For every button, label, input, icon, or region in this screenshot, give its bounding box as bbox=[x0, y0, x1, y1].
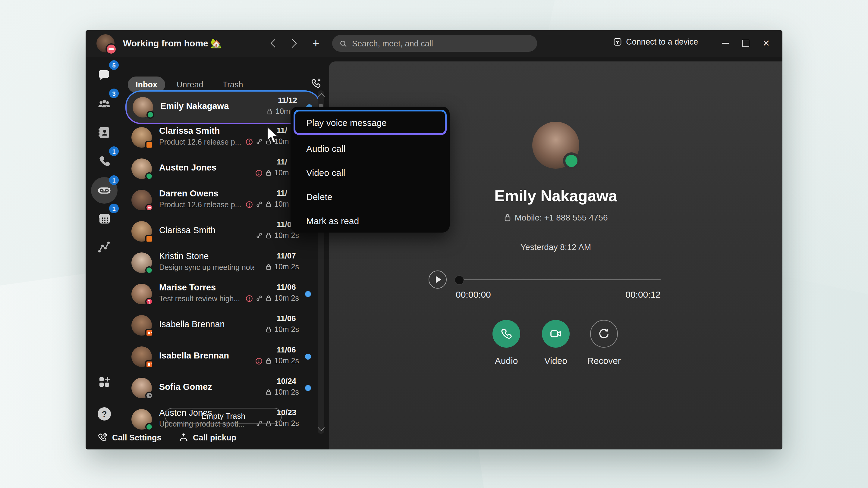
menu-item-play-voice-message[interactable]: Play voice message bbox=[293, 110, 447, 135]
scroll-up-icon[interactable] bbox=[318, 93, 325, 100]
nav-apps[interactable] bbox=[91, 369, 118, 395]
teams-icon bbox=[96, 96, 112, 111]
voicemail-icon bbox=[96, 183, 112, 198]
play-button[interactable] bbox=[429, 270, 447, 289]
unread-dot bbox=[305, 385, 311, 391]
voicemail-row[interactable]: Isabella Brennan11/0610m 2s bbox=[125, 310, 318, 341]
voicemail-row[interactable]: Clarissa Smith11/010m 2s bbox=[125, 216, 318, 247]
contacts-icon bbox=[97, 125, 112, 140]
voicemail-sender-name: Marise Torres bbox=[159, 283, 216, 292]
contact-avatar bbox=[131, 190, 152, 210]
voicemail-row[interactable]: Clarissa SmithProduct 12.6 release p...1… bbox=[125, 122, 318, 153]
tab-trash[interactable]: Trash bbox=[215, 76, 251, 93]
voicemail-row[interactable]: Marise TorresTest result review high...1… bbox=[125, 278, 318, 310]
lock-icon bbox=[265, 295, 272, 302]
minimize-button[interactable] bbox=[718, 37, 732, 50]
voicemail-sender-name: Clarissa Smith bbox=[159, 225, 216, 235]
video-call-icon bbox=[549, 327, 563, 341]
search-input[interactable]: Search, meet, and call bbox=[332, 35, 537, 52]
slider-knob[interactable] bbox=[455, 275, 464, 285]
presence-presenting-badge bbox=[145, 298, 153, 305]
priority-icon bbox=[245, 294, 253, 302]
priority-icon bbox=[255, 357, 263, 365]
voicemail-row[interactable]: Emily Nakagawa11/1210m 2s bbox=[125, 90, 318, 124]
presence-active-badge bbox=[147, 111, 154, 119]
tab-unread[interactable]: Unread bbox=[169, 76, 211, 93]
voicemail-meta: 10m 2s bbox=[255, 231, 299, 240]
lock-icon bbox=[265, 389, 272, 396]
nav-messaging[interactable]: 5 bbox=[91, 62, 118, 89]
voicemail-sender-name: Austen Jones bbox=[159, 163, 216, 172]
empty-trash-button[interactable]: Empty Trash bbox=[164, 408, 282, 424]
contact-avatar bbox=[131, 127, 152, 148]
back-button[interactable] bbox=[267, 36, 281, 51]
voicemail-row[interactable]: Sofia Gomez10/2410m 2s bbox=[125, 372, 318, 404]
help-button[interactable]: ? bbox=[98, 407, 111, 421]
nav-meetings[interactable]: 1 bbox=[91, 205, 118, 232]
profile-status-title[interactable]: Working from home 🏡 bbox=[123, 38, 222, 49]
voicemail-row[interactable]: Isabella Brennan11/0610m 2s bbox=[125, 341, 318, 372]
messaging-badge: 5 bbox=[109, 60, 119, 70]
presence-office-badge bbox=[145, 141, 153, 149]
call-voicemail-icon[interactable] bbox=[310, 77, 322, 89]
nav-contacts[interactable] bbox=[91, 119, 118, 146]
contact-avatar bbox=[131, 253, 152, 273]
presence-away-badge bbox=[145, 392, 153, 399]
voicemail-row[interactable]: Darren OwensProduct 12.6 release p...11/… bbox=[125, 184, 318, 216]
close-button[interactable]: ✕ bbox=[760, 37, 773, 50]
presence-active-badge bbox=[145, 172, 153, 180]
contact-avatar bbox=[133, 97, 153, 118]
voicemail-meta: 10m 2s bbox=[245, 294, 299, 302]
presence-active-badge bbox=[145, 423, 153, 431]
add-button[interactable]: + bbox=[309, 36, 323, 51]
search-placeholder: Search, meet, and call bbox=[352, 39, 433, 48]
presence-office-badge bbox=[145, 235, 153, 243]
voicemail-row[interactable]: Kristin StoneDesign sync up meeting note… bbox=[125, 247, 318, 278]
link-icon bbox=[255, 138, 263, 145]
voicemail-sender-name: Emily Nakagawa bbox=[160, 101, 229, 111]
voicemail-duration: 10m 2s bbox=[274, 325, 299, 334]
voicemail-date: 11/06 bbox=[277, 314, 299, 323]
voicemail-sender-name: Isabella Brennan bbox=[159, 319, 225, 329]
title-bar: Working from home 🏡 + Search, meet, and … bbox=[86, 30, 782, 57]
nav-insights[interactable] bbox=[91, 234, 118, 260]
voicemail-sender-name: Darren Owens bbox=[159, 189, 218, 198]
call-settings-button[interactable]: Call Settings bbox=[98, 432, 161, 443]
apps-icon bbox=[97, 375, 112, 389]
voicemail-row[interactable]: Austen Jones11/10m 2s bbox=[125, 153, 318, 184]
voicemail-sender-name: Clarissa Smith bbox=[159, 126, 220, 135]
total-time: 00:00:12 bbox=[329, 289, 661, 299]
link-icon bbox=[255, 295, 263, 302]
lock-icon bbox=[265, 169, 272, 176]
recover-button[interactable] bbox=[590, 320, 618, 348]
insights-icon bbox=[97, 240, 112, 254]
connect-to-device-button[interactable]: Connect to a device bbox=[613, 37, 698, 46]
priority-icon bbox=[245, 200, 253, 208]
nav-voicemail[interactable]: 1 bbox=[91, 177, 118, 204]
playback-slider[interactable] bbox=[456, 279, 661, 280]
maximize-button[interactable] bbox=[739, 37, 752, 50]
self-avatar[interactable] bbox=[96, 34, 115, 53]
menu-item-audio-call[interactable]: Audio call bbox=[290, 136, 450, 160]
menu-item-delete[interactable]: Delete bbox=[290, 184, 450, 208]
voicemail-sender-name: Isabella Brennan bbox=[159, 351, 229, 360]
search-icon bbox=[339, 39, 347, 47]
scroll-down-icon[interactable] bbox=[318, 424, 325, 431]
voicemail-subject: Product 12.6 release p... bbox=[159, 201, 241, 209]
call-pickup-button[interactable]: Call pickup bbox=[179, 432, 236, 443]
voicemail-duration: 10m 2s bbox=[274, 263, 299, 271]
nav-teams[interactable]: 3 bbox=[91, 90, 118, 117]
video-call-button[interactable] bbox=[542, 320, 569, 348]
voicemail-duration: 10m 2s bbox=[274, 231, 299, 240]
audio-call-button[interactable] bbox=[493, 320, 520, 348]
nav-calling[interactable]: 1 bbox=[91, 148, 118, 175]
messaging-icon bbox=[97, 68, 112, 83]
forward-button[interactable] bbox=[286, 36, 301, 51]
device-icon bbox=[613, 37, 622, 46]
menu-item-mark-as-read[interactable]: Mark as read bbox=[290, 208, 450, 233]
tab-inbox[interactable]: Inbox bbox=[128, 76, 165, 93]
phone-icon bbox=[98, 155, 111, 168]
voicemail-subject: Product 12.6 release p... bbox=[159, 138, 241, 147]
voicemail-meta: 10m 2s bbox=[255, 357, 299, 365]
menu-item-video-call[interactable]: Video call bbox=[290, 160, 450, 184]
